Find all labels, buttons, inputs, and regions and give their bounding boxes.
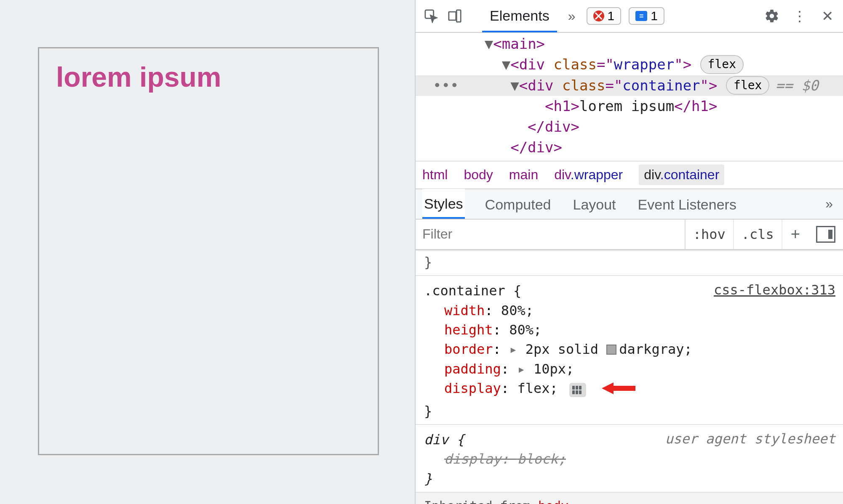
dom-tree[interactable]: ▼<main> ▼<div class="wrapper"> flex ••• … <box>416 33 843 161</box>
rule-container[interactable]: } <box>416 250 843 276</box>
container-box: lorem ipsum <box>38 47 379 455</box>
hov-toggle[interactable]: :hov <box>686 220 734 249</box>
svg-rect-8 <box>579 390 582 394</box>
svg-rect-2 <box>456 10 461 22</box>
message-icon: ≡ <box>635 11 647 21</box>
decl-display[interactable]: display: flex; <box>424 379 835 401</box>
styles-filter-bar: :hov .cls + <box>416 220 843 250</box>
rule-close: } <box>424 469 835 488</box>
inspect-icon[interactable] <box>423 8 439 24</box>
error-icon: ✕ <box>593 11 604 21</box>
decl-border[interactable]: border: ▸ 2px solid darkgray; <box>424 340 835 359</box>
error-badge[interactable]: ✕ 1 <box>587 7 622 25</box>
svg-rect-6 <box>572 390 575 394</box>
crumb-wrapper[interactable]: div.wrapper <box>554 167 623 183</box>
decl-padding[interactable]: padding: ▸ 10px; <box>424 359 835 379</box>
more-tabs-icon[interactable]: » <box>565 8 579 24</box>
error-count: 1 <box>608 9 615 23</box>
svg-rect-3 <box>572 386 575 390</box>
styles-tabstrip: Styles Computed Layout Event Listeners » <box>416 188 843 220</box>
svg-rect-7 <box>576 390 578 394</box>
rule-container[interactable]: css-flexbox:313 .container { width: 80%;… <box>416 276 843 425</box>
settings-icon[interactable] <box>764 8 780 24</box>
crumb-html[interactable]: html <box>422 167 448 183</box>
rule-div-ua[interactable]: user agent stylesheet div { display: blo… <box>416 425 843 493</box>
dom-node-wrapper[interactable]: ▼<div class="wrapper"> flex <box>416 54 843 75</box>
tab-styles[interactable]: Styles <box>422 189 465 219</box>
message-badge[interactable]: ≡ 1 <box>629 7 664 25</box>
dom-node-main[interactable]: ▼<main> <box>416 34 843 54</box>
cls-toggle[interactable]: .cls <box>734 220 782 249</box>
color-swatch[interactable] <box>606 345 616 355</box>
flex-badge[interactable]: flex <box>726 76 769 95</box>
svg-rect-1 <box>449 12 456 20</box>
crumb-main[interactable]: main <box>509 167 538 183</box>
svg-marker-9 <box>602 382 635 394</box>
rendered-page: lorem ipsum <box>0 0 415 504</box>
tab-computed[interactable]: Computed <box>483 190 553 218</box>
rule-source-link[interactable]: css-flexbox:313 <box>714 280 835 300</box>
kebab-icon[interactable]: ⋮ <box>792 8 808 24</box>
svg-rect-5 <box>579 386 582 390</box>
styles-filter-input[interactable] <box>416 220 686 249</box>
styles-rules: } css-flexbox:313 .container { width: 80… <box>416 250 843 504</box>
rule-source-ua: user agent stylesheet <box>665 429 835 448</box>
flexbox-editor-icon[interactable] <box>569 383 586 397</box>
dom-node-h1[interactable]: <h1>lorem ipsum</h1> <box>416 96 843 117</box>
inherited-from-bar: Inherited from body <box>416 493 843 504</box>
flex-badge[interactable]: flex <box>700 55 744 74</box>
devtools-toolbar: Elements » ✕ 1 ≡ 1 ⋮ ✕ <box>416 0 843 33</box>
svg-rect-4 <box>576 386 578 390</box>
message-count: 1 <box>651 9 658 23</box>
dom-node-container[interactable]: ••• ▼<div class="container"> flex== $0 <box>416 75 843 96</box>
devtools-panel: Elements » ✕ 1 ≡ 1 ⋮ ✕ ▼<main> <box>415 0 843 504</box>
decl-height[interactable]: height: 80%; <box>424 320 835 340</box>
toggle-computed-sidebar-icon[interactable] <box>816 226 835 243</box>
tab-elements[interactable]: Elements <box>482 0 557 32</box>
decl-display-overridden[interactable]: display: block; <box>424 449 835 469</box>
selected-marker: == $0 <box>775 77 818 94</box>
tab-event-listeners[interactable]: Event Listeners <box>636 190 738 218</box>
dom-close-wrapper[interactable]: </div> <box>416 137 843 158</box>
crumb-body[interactable]: body <box>464 167 493 183</box>
dom-close-container[interactable]: </div> <box>416 117 843 137</box>
crumb-container[interactable]: div.container <box>639 164 724 185</box>
breadcrumb: html body main div.wrapper div.container <box>416 161 843 188</box>
page-heading: lorem ipsum <box>56 61 361 93</box>
annotation-arrow-icon <box>602 381 635 401</box>
device-toggle-icon[interactable] <box>447 8 463 24</box>
decl-width[interactable]: width: 80%; <box>424 301 835 320</box>
new-style-rule-button[interactable]: + <box>782 225 808 243</box>
rule-close: } <box>424 401 835 421</box>
tab-layout[interactable]: Layout <box>571 190 617 218</box>
close-icon[interactable]: ✕ <box>819 8 835 24</box>
more-styles-tabs-icon[interactable]: » <box>822 196 836 212</box>
